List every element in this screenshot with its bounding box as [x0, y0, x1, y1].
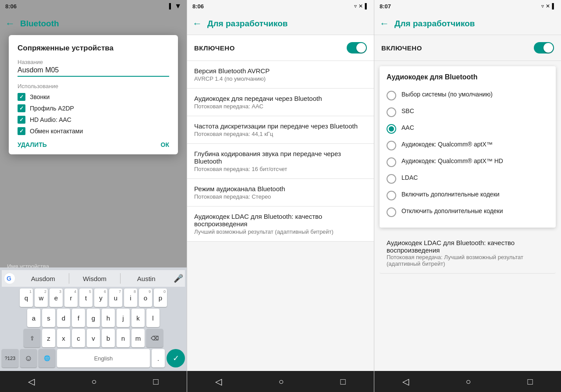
- delete-button[interactable]: УДАЛИТЬ: [18, 141, 47, 148]
- device-name-input[interactable]: [18, 66, 169, 77]
- key-w[interactable]: w2: [35, 289, 48, 307]
- ok-button[interactable]: ОК: [161, 141, 169, 148]
- nav-back-3[interactable]: ◁: [402, 376, 409, 387]
- key-h[interactable]: h: [102, 309, 115, 327]
- battery-icon-3: ▌: [552, 3, 556, 9]
- key-period[interactable]: .: [152, 349, 165, 367]
- radio-option-5[interactable]: LDAC: [387, 171, 549, 187]
- key-g[interactable]: g: [87, 309, 100, 327]
- checkbox-contacts[interactable]: Обмен контактами: [18, 127, 169, 135]
- setting-samplerate[interactable]: Частота дискретизации при передаче через…: [187, 116, 374, 144]
- radio-outer-7[interactable]: [387, 207, 396, 217]
- key-backspace[interactable]: ⌫: [146, 329, 163, 347]
- checkbox-a2dp[interactable]: Профиль A2DP: [18, 104, 169, 112]
- radio-outer-4[interactable]: [387, 157, 396, 167]
- key-a[interactable]: a: [27, 309, 40, 327]
- setting-ldac-subtitle: Лучший возможный результат (адаптивный б…: [194, 228, 367, 235]
- checkbox-calls-box[interactable]: [18, 93, 25, 101]
- back-button-3[interactable]: ←: [380, 18, 389, 29]
- setting-avrcp[interactable]: Версия Bluetooth AVRCP AVRCP 1.4 (по умо…: [187, 61, 374, 89]
- key-k[interactable]: k: [131, 309, 145, 327]
- key-r[interactable]: r4: [64, 289, 78, 307]
- key-enter[interactable]: ✓: [167, 349, 185, 367]
- nav-back-2[interactable]: ◁: [215, 376, 222, 387]
- back-button-1[interactable]: ←: [5, 18, 15, 29]
- developer-settings-list: ВКЛЮЧЕНО Версия Bluetooth AVRCP AVRCP 1.…: [187, 35, 374, 371]
- checkbox-calls-label: Звонки: [30, 93, 50, 100]
- app-bar-1: ← Bluetooth: [0, 12, 187, 35]
- checkbox-calls[interactable]: Звонки: [18, 93, 169, 101]
- nav-home-3[interactable]: ○: [465, 377, 471, 387]
- key-space[interactable]: English: [57, 349, 150, 367]
- radio-label-2: AAC: [401, 124, 414, 131]
- key-o[interactable]: o9: [139, 289, 152, 307]
- radio-outer-3[interactable]: [387, 141, 396, 150]
- radio-option-1[interactable]: SBC: [387, 104, 549, 121]
- key-c[interactable]: c: [72, 329, 85, 347]
- key-v[interactable]: v: [87, 329, 100, 347]
- toggle-row[interactable]: ВКЛЮЧЕНО: [187, 35, 374, 61]
- suggestion-austin[interactable]: Austin: [121, 273, 171, 284]
- key-f[interactable]: f: [72, 309, 85, 327]
- suggestion-ausdom[interactable]: Ausdom: [18, 273, 68, 284]
- suggestion-wisdom[interactable]: Wisdom: [70, 273, 120, 284]
- setting-avrcp-subtitle: AVRCP 1.4 (по умолчанию): [194, 75, 367, 82]
- back-button-2[interactable]: ←: [192, 18, 202, 29]
- nav-recent-1[interactable]: □: [153, 377, 158, 387]
- radio-option-3[interactable]: Аудиокодек: Qualcomm® aptX™: [387, 137, 549, 154]
- nav-back-1[interactable]: ◁: [28, 376, 35, 387]
- key-u[interactable]: u7: [109, 289, 122, 307]
- key-m[interactable]: m: [131, 329, 145, 347]
- nav-home-2[interactable]: ○: [278, 377, 284, 387]
- checkbox-hd-audio-box[interactable]: [18, 116, 25, 124]
- battery-icon-2: ▌: [365, 3, 369, 9]
- key-l[interactable]: l: [146, 309, 160, 327]
- checkbox-contacts-box[interactable]: [18, 127, 25, 135]
- checkbox-a2dp-box[interactable]: [18, 104, 25, 112]
- suggestion-divider-1: [69, 273, 69, 284]
- key-d[interactable]: d: [57, 309, 70, 327]
- key-i[interactable]: i8: [124, 289, 137, 307]
- key-b[interactable]: b: [102, 329, 115, 347]
- key-e[interactable]: e3: [50, 289, 63, 307]
- checkbox-hd-audio[interactable]: HD Audio: AAC: [18, 116, 169, 124]
- radio-option-4[interactable]: Аудиокодек: Qualcomm® aptX™ HD: [387, 154, 549, 171]
- setting-ldac-title-3: Аудиокодек LDAC для Bluetooth: качество …: [387, 239, 549, 254]
- radio-label-4: Аудиокодек: Qualcomm® aptX™ HD: [401, 157, 503, 164]
- battery-icon-1: ▌: [169, 3, 173, 9]
- setting-bitdepth[interactable]: Глубина кодирования звука при передаче ч…: [187, 144, 374, 179]
- key-n[interactable]: n: [117, 329, 130, 347]
- nav-recent-3[interactable]: □: [527, 377, 533, 387]
- key-symbols[interactable]: ?123: [2, 349, 18, 367]
- time-2: 8:06: [192, 3, 204, 10]
- setting-codec[interactable]: Аудиокодек для передачи через Bluetooth …: [187, 89, 374, 116]
- toggle-row-3[interactable]: ВКЛЮЧЕНО: [374, 35, 561, 61]
- radio-outer-1[interactable]: [387, 107, 396, 117]
- nav-recent-2[interactable]: □: [340, 377, 345, 387]
- radio-outer-5[interactable]: [387, 174, 396, 184]
- key-language[interactable]: 🌐: [39, 349, 55, 367]
- setting-channel[interactable]: Режим аудиоканала Bluetooth Потоковая пе…: [187, 179, 374, 207]
- key-shift[interactable]: ⇧: [24, 329, 40, 347]
- key-emoji[interactable]: ☺: [20, 349, 37, 367]
- radio-outer-2[interactable]: [387, 124, 396, 134]
- radio-outer-0[interactable]: [387, 91, 396, 100]
- radio-option-7[interactable]: Отключить дополнительные кодеки: [387, 204, 549, 221]
- radio-option-6[interactable]: Включить дополнительные кодеки: [387, 187, 549, 204]
- radio-option-2[interactable]: AAC: [387, 121, 549, 137]
- key-y[interactable]: y6: [94, 289, 107, 307]
- setting-ldac[interactable]: Аудиокодек LDAC для Bluetooth: качество …: [187, 207, 374, 242]
- nav-home-1[interactable]: ○: [91, 377, 96, 387]
- toggle-switch[interactable]: [347, 42, 367, 53]
- radio-option-0[interactable]: Выбор системы (по умолчанию): [387, 87, 549, 104]
- key-j[interactable]: j: [117, 309, 130, 327]
- radio-outer-6[interactable]: [387, 191, 396, 200]
- key-p[interactable]: p0: [154, 289, 167, 307]
- key-z[interactable]: z: [42, 329, 55, 347]
- key-x[interactable]: x: [57, 329, 70, 347]
- key-t[interactable]: t5: [79, 289, 92, 307]
- mic-icon[interactable]: 🎤: [174, 274, 183, 283]
- toggle-switch-3[interactable]: [534, 42, 554, 53]
- key-s[interactable]: s: [42, 309, 55, 327]
- key-q[interactable]: q1: [20, 289, 33, 307]
